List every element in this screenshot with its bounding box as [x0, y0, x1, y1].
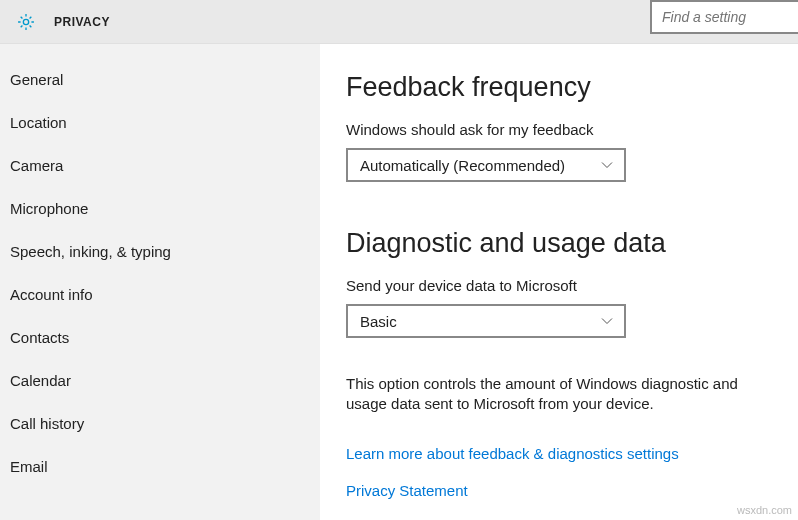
diagnostic-field-label: Send your device data to Microsoft [346, 277, 772, 294]
gear-icon [16, 12, 36, 32]
diagnostic-description: This option controls the amount of Windo… [346, 374, 772, 415]
sidebar-item-label: General [10, 71, 63, 88]
svg-point-0 [23, 19, 28, 24]
sidebar-item-label: Account info [10, 286, 93, 303]
sidebar-item-speech[interactable]: Speech, inking, & typing [0, 230, 320, 273]
sidebar-item-label: Microphone [10, 200, 88, 217]
chevron-down-icon [600, 158, 614, 172]
sidebar-item-email[interactable]: Email [0, 445, 320, 488]
sidebar-item-label: Calendar [10, 372, 71, 389]
content-area: General Location Camera Microphone Speec… [0, 44, 798, 520]
sidebar: General Location Camera Microphone Speec… [0, 44, 320, 520]
sidebar-item-label: Contacts [10, 329, 69, 346]
sidebar-item-camera[interactable]: Camera [0, 144, 320, 187]
sidebar-item-location[interactable]: Location [0, 101, 320, 144]
diagnostic-section-title: Diagnostic and usage data [346, 228, 772, 259]
main-panel: Feedback frequency Windows should ask fo… [320, 44, 798, 520]
feedback-frequency-dropdown[interactable]: Automatically (Recommended) [346, 148, 626, 182]
dropdown-value: Automatically (Recommended) [360, 157, 565, 174]
sidebar-item-label: Email [10, 458, 48, 475]
feedback-field-label: Windows should ask for my feedback [346, 121, 772, 138]
diagnostic-level-dropdown[interactable]: Basic [346, 304, 626, 338]
privacy-statement-link[interactable]: Privacy Statement [346, 482, 772, 499]
watermark: wsxdn.com [737, 504, 792, 516]
search-input[interactable] [652, 2, 798, 32]
learn-more-link[interactable]: Learn more about feedback & diagnostics … [346, 445, 772, 462]
sidebar-item-general[interactable]: General [0, 58, 320, 101]
sidebar-item-account-info[interactable]: Account info [0, 273, 320, 316]
dropdown-value: Basic [360, 313, 397, 330]
feedback-section-title: Feedback frequency [346, 72, 772, 103]
sidebar-item-microphone[interactable]: Microphone [0, 187, 320, 230]
sidebar-item-label: Location [10, 114, 67, 131]
chevron-down-icon [600, 314, 614, 328]
page-title: PRIVACY [54, 15, 110, 29]
sidebar-item-label: Camera [10, 157, 63, 174]
search-container [650, 0, 798, 34]
sidebar-item-call-history[interactable]: Call history [0, 402, 320, 445]
sidebar-item-label: Call history [10, 415, 84, 432]
sidebar-item-label: Speech, inking, & typing [10, 243, 171, 260]
sidebar-item-contacts[interactable]: Contacts [0, 316, 320, 359]
sidebar-item-calendar[interactable]: Calendar [0, 359, 320, 402]
